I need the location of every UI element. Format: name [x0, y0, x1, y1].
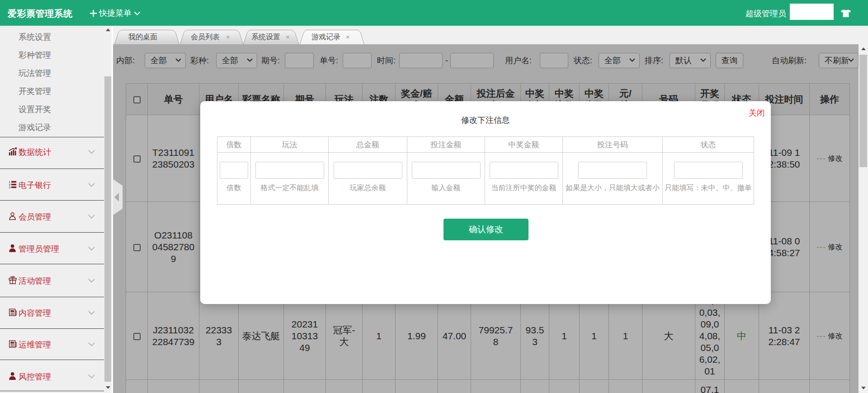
- svg-text:1: 1: [9, 181, 11, 183]
- svg-text:2: 2: [9, 183, 11, 186]
- svg-text:3: 3: [9, 186, 11, 189]
